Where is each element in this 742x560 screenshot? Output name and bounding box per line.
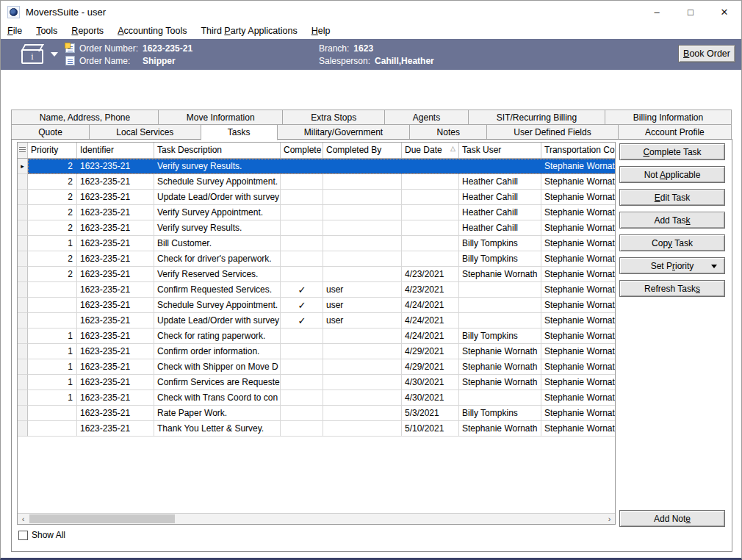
row-selector[interactable] [18, 344, 28, 359]
complete-task-button[interactable]: Complete Task [619, 143, 725, 160]
row-selector[interactable] [18, 282, 28, 298]
not-applicable-button[interactable]: Not Applicable [619, 166, 725, 183]
row-selector[interactable]: ▸ [18, 159, 28, 174]
row-selector[interactable] [18, 406, 28, 421]
column-header-transportation-co[interactable]: Transportation Co [541, 143, 616, 158]
menu-item[interactable]: Third Party Applications [201, 26, 297, 36]
column-header-task-user[interactable]: Task User [459, 143, 541, 158]
task-row[interactable]: 1623-235-21Confirm Requested Services.✓u… [18, 282, 615, 298]
task-row[interactable]: 21623-235-21Verify survey Results.Heathe… [18, 220, 615, 236]
task-row[interactable]: 1623-235-21Thank You Letter & Survey.5/1… [18, 421, 615, 437]
tab-notes[interactable]: Notes [409, 124, 487, 139]
cell-complete: ✓ [281, 313, 323, 329]
cell-due-date [402, 190, 459, 205]
row-selector[interactable] [18, 375, 28, 390]
task-row[interactable]: ▸21623-235-21Verify survey Results.Steph… [18, 159, 615, 174]
menu-item[interactable]: Reports [71, 26, 104, 36]
cell-identifier: 1623-235-21 [77, 298, 154, 313]
row-selector[interactable] [18, 298, 28, 313]
column-header-task-description[interactable]: Task Description [154, 143, 281, 158]
task-row[interactable]: 21623-235-21Verify Reserved Services.4/2… [18, 267, 615, 282]
row-selector[interactable] [18, 267, 28, 282]
menu-item[interactable]: Help [311, 26, 331, 36]
cell-complete [281, 205, 323, 220]
task-row[interactable]: 11623-235-21Check with Trans Coord to co… [18, 390, 615, 406]
task-row[interactable]: 1623-235-21Update Lead/Order with survey… [18, 313, 615, 329]
order-info-dropdown-icon[interactable] [51, 52, 58, 57]
column-header-priority[interactable]: Priority [28, 143, 77, 158]
column-header-due-date[interactable]: Due Date△ [402, 143, 459, 158]
branch-value: 1623 [353, 43, 373, 54]
row-selector-header-icon[interactable] [18, 143, 28, 158]
scroll-right-icon[interactable]: › [604, 514, 615, 524]
task-row[interactable]: 1623-235-21Schedule Survey Appointment.✓… [18, 298, 615, 313]
row-selector[interactable] [18, 251, 28, 267]
task-row[interactable]: 21623-235-21Schedule Survey Appointment.… [18, 174, 615, 190]
tab-agents[interactable]: Agents [384, 110, 469, 124]
task-row[interactable]: 21623-235-21Verify Survey Appointment.He… [18, 205, 615, 220]
task-row[interactable]: 11623-235-21Bill Customer.Billy Tompkins… [18, 236, 615, 251]
cell-due-date: 4/24/2021 [402, 313, 459, 329]
task-row[interactable]: 21623-235-21Update Lead/Order with surve… [18, 190, 615, 205]
task-row[interactable]: 11623-235-21Confirm Services are Request… [18, 375, 615, 390]
tab-military-government[interactable]: Military/Government [277, 124, 411, 139]
column-header-identifier[interactable]: Identifier [77, 143, 154, 158]
task-row[interactable]: 11623-235-21Confirm order information.4/… [18, 344, 615, 359]
row-selector[interactable] [18, 421, 28, 437]
task-row[interactable]: 21623-235-21Check for driver's paperwork… [18, 251, 615, 267]
tab-extra-stops[interactable]: Extra Stops [282, 110, 385, 124]
task-row[interactable]: 11623-235-21Check with Shipper on Move D… [18, 359, 615, 375]
cell-transportation-co: Stephanie Wornat [541, 390, 616, 406]
task-row[interactable]: 1623-235-21Rate Paper Work.5/3/2021Billy… [18, 406, 615, 421]
tab-user-defined-fields[interactable]: User Defined Fields [486, 124, 619, 139]
tab-local-services[interactable]: Local Services [89, 124, 201, 139]
cell-task-description: Verify survey Results. [154, 220, 281, 236]
show-all-checkbox[interactable] [18, 531, 28, 540]
add-note-button[interactable]: Add Note [619, 510, 725, 527]
row-selector[interactable] [18, 174, 28, 190]
row-selector[interactable] [18, 359, 28, 375]
column-header-completed-by[interactable]: Completed By [323, 143, 402, 158]
tab-account-profile[interactable]: Account Profile [618, 124, 732, 139]
horizontal-scrollbar[interactable]: ‹ › [18, 513, 615, 524]
row-selector[interactable] [18, 190, 28, 205]
tab-billing-information[interactable]: Billing Information [605, 110, 732, 124]
cell-identifier: 1623-235-21 [77, 282, 154, 298]
row-selector[interactable] [18, 329, 28, 344]
row-selector[interactable] [18, 205, 28, 220]
scrollbar-thumb[interactable] [29, 514, 175, 523]
tab-move-information[interactable]: Move Information [158, 110, 283, 124]
close-icon[interactable]: ✕ [707, 1, 741, 23]
order-name-label: Order Name: [79, 56, 143, 66]
refresh-tasks-button[interactable]: Refresh Tasks [619, 280, 725, 297]
tab-name-address-phone[interactable]: Name, Address, Phone [11, 110, 159, 124]
minimize-icon[interactable]: – [640, 1, 674, 23]
tab-sit-recurring-billing[interactable]: SIT/Recurring Billing [468, 110, 605, 124]
cell-task-description: Verify Reserved Services. [154, 267, 281, 282]
menu-item[interactable]: Tools [36, 26, 57, 36]
set-priority-button[interactable]: Set Priority [619, 257, 725, 274]
cell-task-description: Rate Paper Work. [154, 406, 281, 421]
menu-item[interactable]: Accounting Tools [118, 26, 187, 36]
row-selector[interactable] [18, 220, 28, 236]
book-order-button[interactable]: Book Order [678, 45, 735, 62]
cell-due-date: 4/24/2021 [402, 329, 459, 344]
copy-task-button[interactable]: Copy Task [619, 234, 725, 251]
menu-item[interactable]: File [7, 26, 22, 36]
cell-complete [281, 236, 323, 251]
tab-quote[interactable]: Quote [11, 124, 90, 139]
task-row[interactable]: 11623-235-21Check for rating paperwork.4… [18, 329, 615, 344]
scroll-left-icon[interactable]: ‹ [18, 514, 29, 524]
cell-task-description: Schedule Survey Appointment. [154, 174, 281, 190]
set-priority-dropdown-icon[interactable] [711, 265, 717, 268]
row-selector[interactable] [18, 390, 28, 406]
column-header-complete[interactable]: Complete [281, 143, 323, 158]
add-task-button[interactable]: Add Task [619, 212, 725, 229]
maximize-icon[interactable]: □ [674, 1, 707, 23]
row-selector[interactable] [18, 236, 28, 251]
order-info-icon[interactable]: i [21, 45, 46, 64]
tab-tasks[interactable]: Tasks [201, 124, 278, 140]
edit-task-button[interactable]: Edit Task [619, 189, 725, 206]
row-selector[interactable] [18, 313, 28, 329]
tasks-grid-header: PriorityIdentifierTask DescriptionComple… [18, 143, 615, 159]
